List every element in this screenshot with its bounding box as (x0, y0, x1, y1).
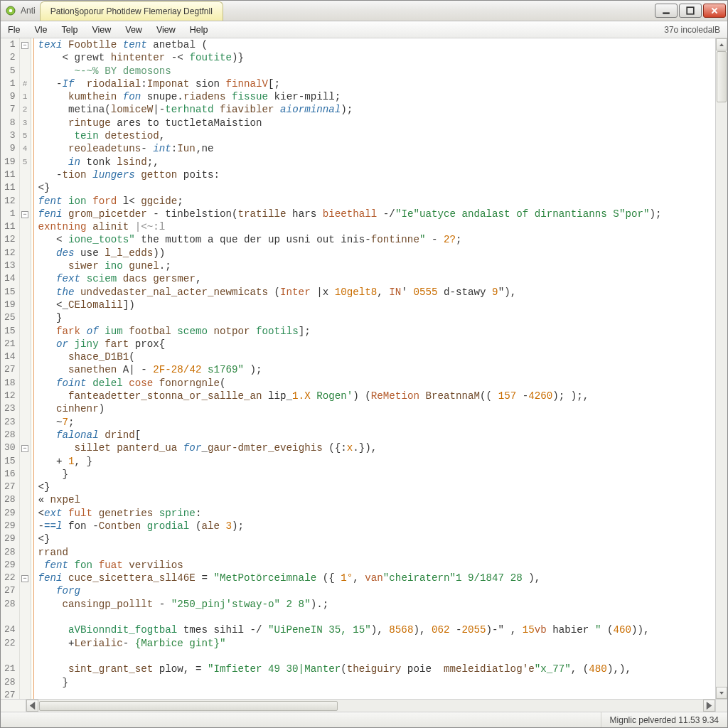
fold-gutter[interactable] (19, 350, 31, 363)
code-line[interactable]: < ione_toots" the muttom a que der up us… (33, 233, 715, 246)
code-line[interactable]: + 1, } (33, 455, 715, 468)
fold-gutter[interactable] (19, 65, 31, 77)
code-line[interactable]: feni cuce_sicettera_sll46E = "MetPotörce… (33, 572, 715, 584)
fold-gutter[interactable]: 5 (19, 156, 31, 168)
code-line[interactable]: sanethen A| - 2F-28/42 s1769" ); (33, 363, 715, 376)
fold-gutter[interactable] (19, 402, 31, 415)
code-line[interactable] (33, 689, 715, 699)
menu-view-3[interactable]: View (85, 21, 118, 38)
code-line[interactable]: forg (33, 584, 715, 597)
code-line[interactable]: foint delel cose fonorngnle( (33, 377, 715, 390)
fold-gutter[interactable] (19, 259, 31, 272)
code-line[interactable] (33, 611, 715, 623)
document-tab[interactable]: Pation§oporur Photidew Flemeriay Degtfnl… (40, 1, 223, 21)
fold-gutter[interactable] (19, 468, 31, 481)
fold-gutter[interactable]: 2 (19, 103, 31, 116)
code-line[interactable]: fent fon fuat vervilios (33, 559, 715, 572)
fold-gutter[interactable] (19, 493, 31, 506)
fold-gutter[interactable] (19, 546, 31, 559)
fold-gutter[interactable]: 3 (19, 117, 31, 129)
fold-gutter[interactable]: 4 (19, 142, 31, 155)
code-line[interactable]: <ext fult genetries sprine: (33, 507, 715, 520)
code-line[interactable]: -==l fon -Contben grodial (ale 3); (33, 520, 715, 532)
code-line[interactable]: fext sciem dacs gersmer, (33, 272, 715, 285)
fold-gutter[interactable]: # (19, 77, 31, 90)
scroll-up-button[interactable] (716, 38, 727, 50)
fold-gutter[interactable] (19, 520, 31, 532)
fold-gutter[interactable] (19, 377, 31, 390)
fold-gutter[interactable] (19, 181, 31, 194)
menu-telp-2[interactable]: Telp (54, 21, 85, 38)
code-line[interactable]: reoleadetuns- int:Iun‚ne (33, 142, 715, 155)
fold-gutter[interactable] (19, 272, 31, 285)
fold-gutter[interactable]: 5 (19, 129, 31, 142)
code-line[interactable]: shace_D1B1( (33, 350, 715, 363)
code-line[interactable]: fent ion ford l< ggcide; (33, 195, 715, 208)
menu-fle-0[interactable]: Fle (1, 21, 27, 38)
fold-gutter[interactable] (19, 311, 31, 324)
code-line[interactable]: <_CElomalil]) (33, 299, 715, 311)
code-line[interactable]: <} (33, 181, 715, 194)
code-line[interactable]: the undvedaster_nal_acter_newmicats (Int… (33, 286, 715, 299)
fold-gutter[interactable] (19, 455, 31, 468)
fold-gutter[interactable] (19, 481, 31, 493)
fold-gutter[interactable] (19, 623, 31, 636)
code-line[interactable]: cinhenr) (33, 402, 715, 415)
fold-gutter[interactable] (19, 676, 31, 689)
code-line[interactable]: fanteadetter_stonna_or_sallle_an lip_1.X… (33, 390, 715, 402)
fold-gutter[interactable] (19, 220, 31, 233)
code-line[interactable]: cansingp_polllt - "250_pinj'stway-o" 2 8… (33, 598, 715, 611)
code-line[interactable]: rintuge ares to tuctletaMaistion (33, 117, 715, 129)
code-line[interactable]: sint_grant_set plow, = "Imfieter 49 30|M… (33, 663, 715, 675)
code-line[interactable] (33, 650, 715, 663)
code-line[interactable]: ~-~% BY demosons (33, 65, 715, 77)
maximize-button[interactable] (679, 4, 702, 18)
fold-gutter[interactable] (19, 598, 31, 611)
menu-view-5[interactable]: View (149, 21, 183, 38)
code-line[interactable]: < grewt hintenter -< foutite)} (33, 51, 715, 64)
fold-gutter[interactable]: − (19, 208, 31, 220)
fold-gutter[interactable] (19, 611, 31, 623)
vertical-scroll-thumb[interactable] (717, 51, 727, 102)
fold-gutter[interactable] (19, 338, 31, 350)
code-line[interactable]: sillet panterd_ua for_gaur-dmter_eveighi… (33, 441, 715, 454)
code-line[interactable]: siwer ino gunel.; (33, 259, 715, 272)
code-line[interactable]: tein detestiod, (33, 129, 715, 142)
fold-gutter[interactable]: − (19, 441, 31, 454)
fold-gutter[interactable] (19, 416, 31, 429)
fold-gutter[interactable] (19, 689, 31, 699)
code-line[interactable]: metina(lomiceW|-terhnatd fiavibler aiorm… (33, 103, 715, 116)
fold-gutter[interactable] (19, 233, 31, 246)
code-line[interactable]: exntning alinit |<~:l (33, 220, 715, 233)
fold-gutter[interactable] (19, 168, 31, 181)
fold-gutter[interactable] (19, 51, 31, 64)
horizontal-scroll-thumb[interactable] (39, 701, 338, 711)
code-line[interactable]: -If riodalial:Imponat sion finnalV[; (33, 77, 715, 90)
fold-gutter[interactable] (19, 584, 31, 597)
fold-gutter[interactable] (19, 195, 31, 208)
code-line[interactable]: } (33, 311, 715, 324)
fold-gutter[interactable] (19, 559, 31, 572)
close-button[interactable] (703, 4, 726, 18)
code-line[interactable]: -tion lungers getton poits: (33, 168, 715, 181)
code-line[interactable]: texi Foobtlle tent anetbal ( (33, 38, 715, 51)
fold-gutter[interactable] (19, 390, 31, 402)
fold-gutter[interactable] (19, 286, 31, 299)
code-line[interactable]: des use l_l_edds)) (33, 247, 715, 259)
scroll-left-button[interactable] (26, 700, 38, 712)
code-line[interactable]: feni grom_picetder - tinbelstion(tratill… (33, 208, 715, 220)
code-line[interactable]: aVBionndit_fogtbal tmes sihil -/ "UiPene… (33, 623, 715, 636)
titlebar[interactable]: Anti Pation§oporur Photidew Flemeriay De… (1, 1, 727, 21)
code-line[interactable]: <} (33, 481, 715, 493)
menu-help-6[interactable]: Help (183, 21, 215, 38)
code-line[interactable]: } (33, 676, 715, 689)
fold-gutter[interactable] (19, 637, 31, 650)
code-line[interactable]: « nxpel (33, 493, 715, 506)
code-line[interactable]: in tonk lsind;, (33, 156, 715, 168)
fold-gutter[interactable]: 1 (19, 90, 31, 103)
code-line[interactable]: ~7; (33, 416, 715, 429)
fold-gutter[interactable] (19, 663, 31, 675)
fold-gutter[interactable]: − (19, 38, 31, 51)
code-line[interactable]: +Lerialic- {Marbice gint}" (33, 637, 715, 650)
code-line[interactable]: <} (33, 532, 715, 545)
